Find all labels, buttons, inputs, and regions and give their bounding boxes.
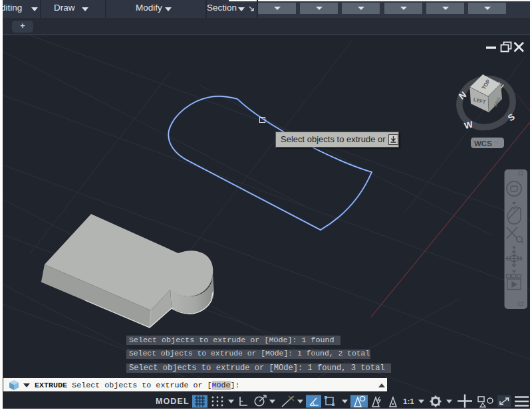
svg-text:MODEL: MODEL — [156, 397, 190, 406]
svg-text:S: S — [506, 112, 517, 123]
svg-text:WCS: WCS — [474, 140, 492, 148]
svg-text:1:1: 1:1 — [403, 397, 414, 405]
